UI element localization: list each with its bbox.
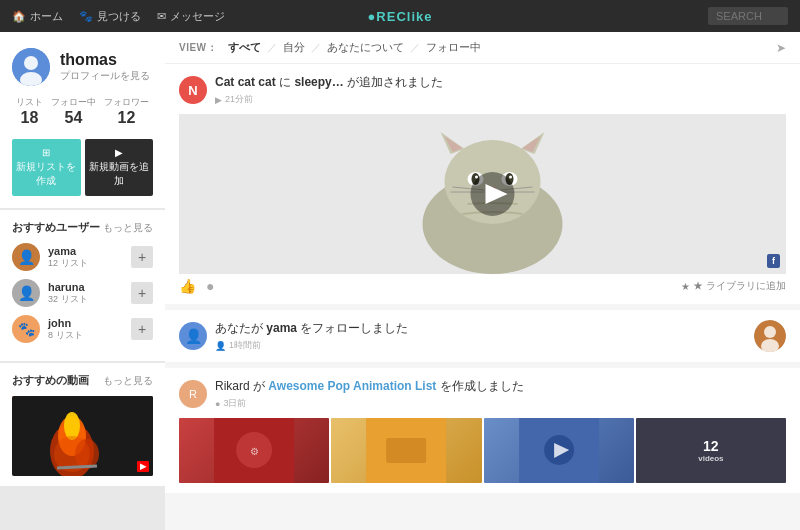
discover-icon: 🐾 (79, 10, 93, 23)
action-buttons: ⊞ 新規リストを作成 ▶ 新規動画を追加 (12, 139, 153, 196)
thumb-count: 12 videos (636, 418, 786, 483)
user-avatar-yama: 👤 (12, 243, 40, 271)
view-self[interactable]: 自分 (278, 40, 310, 55)
rec-videos-more[interactable]: もっと見る (103, 374, 153, 388)
activity-cat-name: Cat cat cat (215, 75, 276, 89)
logo-dot: ● (368, 9, 377, 24)
add-user-haruna-button[interactable]: + (131, 282, 153, 304)
activity-sleepy: sleepy… (294, 75, 343, 89)
list-thumbnails: ⚙ (179, 418, 786, 483)
feed: N Cat cat cat に sleepy… が追加されました ▶ 21分前 (165, 64, 800, 493)
view-sep-1: ／ (267, 41, 277, 55)
svg-point-31 (764, 326, 776, 338)
activity-time-1: ▶ 21分前 (215, 93, 443, 106)
rec-users-header: おすすめユーザー もっと見る (12, 220, 153, 235)
user-avatar-haruna: 👤 (12, 279, 40, 307)
follow-content: あなたが yama をフォローしました 👤 1時間前 (215, 320, 746, 352)
user-info-john: john 8 リスト (48, 317, 123, 342)
follow-text-after: をフォローしました (300, 321, 408, 335)
thumb-1: ⚙ (179, 418, 329, 483)
recommended-videos-section: おすすめの動画 もっと見る (0, 363, 165, 486)
home-icon: 🏠 (12, 10, 26, 23)
create-list-button[interactable]: ⊞ 新規リストを作成 (12, 139, 81, 196)
send-icon[interactable]: ➤ (776, 41, 786, 55)
profile-info: thomas プロフィールを見る (60, 51, 150, 83)
like-icon[interactable]: 👍 (179, 278, 196, 294)
add-video-button[interactable]: ▶ 新規動画を追加 (85, 139, 154, 196)
rec-users-title: おすすめユーザー (12, 220, 100, 235)
user-info-yama: yama 12 リスト (48, 245, 123, 270)
svg-rect-37 (386, 438, 426, 463)
sidebar: thomas プロフィールを見る リスト 18 フォロー中 54 フォロワー 1… (0, 32, 165, 530)
stat-lists: リスト 18 (16, 96, 43, 127)
follow-text-before: あなたが (215, 321, 266, 335)
thumb-2 (331, 418, 481, 483)
profile-header: thomas プロフィールを見る (12, 48, 153, 86)
add-library-button[interactable]: ★ ★ ライブラリに追加 (681, 279, 786, 293)
profile-avatar (12, 48, 50, 86)
app-logo: ●REClike (368, 9, 433, 24)
follow-avatar: 👤 (179, 322, 207, 350)
view-about[interactable]: あなたについて (322, 40, 409, 55)
activity-avatar-1: N (179, 76, 207, 104)
stat-followers: フォロワー 12 (104, 96, 149, 127)
create-list-icon: ⊞ (42, 147, 50, 158)
user-item-john: 🐾 john 8 リスト + (12, 315, 153, 343)
add-user-yama-button[interactable]: + (131, 246, 153, 268)
created-text: を作成しました (440, 379, 524, 393)
list-title-link[interactable]: Awesome Pop Animation List (268, 379, 436, 393)
user-item-haruna: 👤 haruna 32 リスト + (12, 279, 153, 307)
feed-item-video: N Cat cat cat に sleepy… が追加されました ▶ 21分前 (165, 64, 800, 304)
list-activity-text: Rikard が Awesome Pop Animation List を作成し… (215, 378, 524, 410)
add-user-john-button[interactable]: + (131, 318, 153, 340)
follow-target-avatar (754, 320, 786, 352)
feed-item-follow: 👤 あなたが yama をフォローしました 👤 1時間前 (165, 310, 800, 362)
view-following[interactable]: フォロー中 (421, 40, 486, 55)
star-icon: ★ (681, 281, 690, 292)
view-all[interactable]: すべて (223, 40, 266, 55)
nav-messages[interactable]: ✉ メッセージ (157, 9, 225, 24)
activity-header-1: N Cat cat cat に sleepy… が追加されました ▶ 21分前 (179, 74, 786, 106)
stats-row: リスト 18 フォロー中 54 フォロワー 12 (12, 96, 153, 127)
nav-discover[interactable]: 🐾 見つける (79, 9, 141, 24)
user-avatar-john: 🐾 (12, 315, 40, 343)
youtube-icon: ▶ (137, 461, 149, 472)
list-time: ● 3日前 (215, 397, 524, 410)
view-sep-3: ／ (410, 41, 420, 55)
profile-link[interactable]: プロフィールを見る (60, 69, 150, 83)
rec-users-more[interactable]: もっと見る (103, 221, 153, 235)
activity-ni: に (279, 75, 294, 89)
message-icon: ✉ (157, 10, 166, 23)
svg-text:⚙: ⚙ (250, 446, 259, 457)
svg-point-6 (64, 412, 80, 440)
time-icon-3: ● (215, 399, 220, 409)
comment-icon[interactable]: ● (206, 278, 214, 294)
user-item-yama: 👤 yama 12 リスト + (12, 243, 153, 271)
view-filter: VIEW： すべて ／ 自分 ／ あなたについて ／ フォロー中 ➤ (165, 32, 800, 64)
follow-target-name: yama (266, 321, 297, 335)
person-icon: 👤 (215, 341, 226, 351)
activity-text-1: Cat cat cat に sleepy… が追加されました ▶ 21分前 (215, 74, 443, 106)
list-activity-header: R Rikard が Awesome Pop Animation List を作… (179, 378, 786, 410)
add-video-icon: ▶ (115, 147, 123, 158)
rikard-text: Rikard が (215, 379, 268, 393)
view-sep-2: ／ (311, 41, 321, 55)
profile-name: thomas (60, 51, 150, 69)
svg-point-22 (509, 176, 512, 179)
cat-video-thumbnail[interactable]: f (179, 114, 786, 274)
feed-item-list: R Rikard が Awesome Pop Animation List を作… (165, 368, 800, 493)
rec-videos-title: おすすめの動画 (12, 373, 89, 388)
nav-home[interactable]: 🏠 ホーム (12, 9, 63, 24)
rikard-avatar: R (179, 380, 207, 408)
svg-point-1 (24, 56, 38, 70)
time-icon-1: ▶ (215, 95, 222, 105)
main-content: VIEW： すべて ／ 自分 ／ あなたについて ／ フォロー中 ➤ N Cat… (165, 32, 800, 530)
stat-following: フォロー中 54 (51, 96, 96, 127)
activity-added: が追加されました (347, 75, 443, 89)
recommended-video-thumb[interactable]: ▶ (12, 396, 153, 476)
search-input[interactable] (708, 7, 788, 25)
view-label: VIEW： (179, 41, 217, 55)
user-info-haruna: haruna 32 リスト (48, 281, 123, 306)
rec-videos-header: おすすめの動画 もっと見る (12, 373, 153, 388)
top-navigation: 🏠 ホーム 🐾 見つける ✉ メッセージ ●REClike (0, 0, 800, 32)
